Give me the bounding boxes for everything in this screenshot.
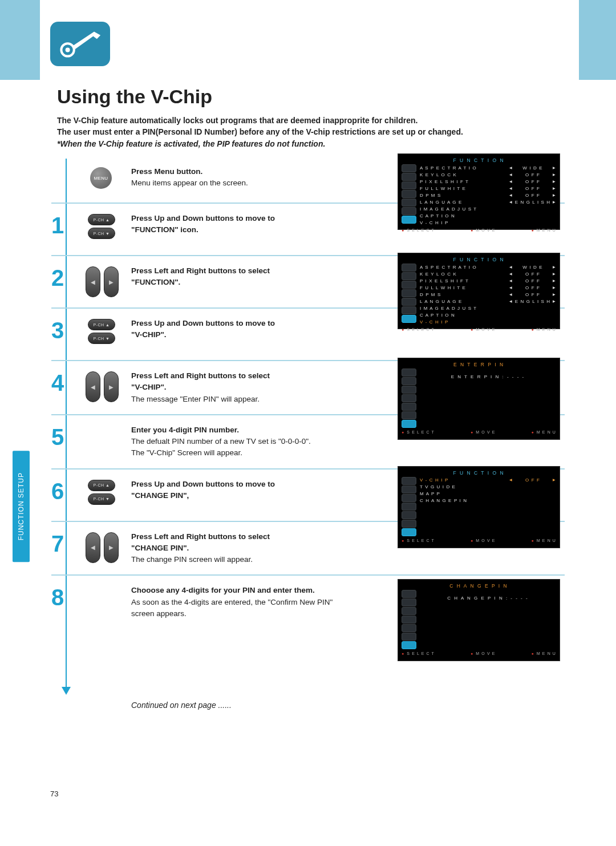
osd-row: F U L L W H I T EO F F [420,185,556,192]
remote-menu-button-icon: MENU [90,167,112,189]
osd-thumb-icon [402,511,416,519]
step-text: "CHANGE PIN". [131,543,348,554]
remote-right-icon: ▶ [104,532,119,563]
step-text: As soon as the 4-digits are entered, the… [131,597,348,620]
step-number: 4 [51,370,64,396]
osd-change-pin-line: C H A N G E P I N : - - - - [420,590,556,610]
step-row: MENU Press Menu button. Menu items appea… [51,157,565,204]
side-tab-function-setup: FUNCTION SETUP [13,451,30,562]
step-number: 2 [51,265,64,291]
osd-row: A S P E C T R A T I OW I D E [420,264,556,270]
flow-arrow-icon [62,687,71,695]
step-row: 7 ◀ ▶ Press Left and Right buttons to se… [51,522,565,576]
osd-row: P I X E L S H I F TO F F [420,178,556,185]
osd-thumb-icon [402,616,416,624]
step-text: "V-CHIP". [131,329,348,341]
step-text: Press Left and Right buttons to select [131,265,348,277]
osd-thumb-icon [402,272,416,280]
remote-left-icon: ◀ [86,532,100,563]
step-text: "CHANGE PIN", [131,490,348,501]
osd-thumb-icon [402,607,416,615]
remote-pch-up-icon: P-CH ▲ [88,214,115,225]
step-text: "V-CHIP". [131,382,348,393]
remote-pch-down-icon: P-CH ▼ [88,493,115,505]
osd-thumb-icon [402,264,416,272]
steps-list: MENU Press Menu button. Menu items appea… [51,157,565,661]
continued-text: Continued on next page ...... [131,701,232,710]
osd-row: D P M SO F F [420,291,556,298]
osd-title: F U N C T I O N [402,470,556,476]
step-text: Press Up and Down buttons to move to [131,479,348,490]
step-text: Press Left and Right buttons to select [131,370,348,382]
step-number: 7 [51,531,64,557]
svg-point-1 [65,47,70,52]
step-text: "FUNCTION". [131,277,348,288]
step-text: Enter you 4-digit PIN number. [131,424,348,436]
step-text: Press Up and Down buttons to move to [131,213,348,224]
step-text: The defualt PIN number of a new TV set i… [131,436,348,447]
osd-thumb-icon [402,403,416,411]
step-text: The change PIN screen will appear. [131,554,348,565]
step-number: 8 [51,585,64,610]
osd-thumb-icon [402,377,416,385]
osd-title: F U N C T I O N [402,257,556,262]
osd-row: V - C H I PO F F [420,477,556,484]
osd-thumb-icon [402,369,416,377]
osd-row: K E Y L O C KO F F [420,270,556,277]
osd-thumb-icon [402,173,416,181]
step-row: 6 P-CH ▲ P-CH ▼ Press Up and Down button… [51,469,565,522]
header-wrench-icon [50,22,110,66]
osd-row: D P M SO F F [420,192,556,199]
step-row: 1 P-CH ▲ P-CH ▼ Press Up and Down button… [51,204,565,256]
step-text: Press Menu button. [131,166,348,177]
osd-thumb-icon [402,386,416,394]
osd-footer: ●S E L E C T ●M O V E ●M E N U [402,651,556,655]
osd-row: M A P P [420,491,556,497]
step-number: 6 [51,479,64,504]
osd-thumb-icon [402,281,416,289]
page-title: Using the V-Chip [57,86,559,108]
content: Using the V-Chip The V-Chip feature auto… [57,86,559,149]
intro-text: The V-Chip feature automatically locks o… [57,115,559,149]
step-text: Press Up and Down buttons to move to [131,318,348,329]
step-row: 4 ◀ ▶ Press Left and Right buttons to se… [51,361,565,415]
remote-pch-up-icon: P-CH ▲ [88,319,115,330]
remote-left-icon: ◀ [86,266,100,297]
osd-thumb-icon [402,394,416,402]
step-number: 3 [51,318,64,343]
step-text: "FUNCTION" icon. [131,224,348,236]
remote-pch-down-icon: P-CH ▼ [88,228,115,239]
osd-thumb-icon [402,624,416,632]
osd-thumb-icon [402,590,416,598]
osd-thumb-icon [402,289,416,297]
osd-row: A S P E C T R A T I OW I D E [420,164,556,171]
step-text: The "V-Chip" Screen will appear. [131,447,348,459]
osd-thumb-icon [402,298,416,306]
osd-row: F U L L W H I T EO F F [420,284,556,291]
step-row: 3 P-CH ▲ P-CH ▼ Press Up and Down button… [51,309,565,361]
remote-left-icon: ◀ [86,371,100,402]
step-text: Press Left and Right buttons to select [131,531,348,543]
step-text: The message "Enter PIN" will appear. [131,394,348,405]
step-text: Menu items appear on the screen. [131,177,348,189]
step-row: 8 Chooose any 4-digits for your PIN and … [51,576,565,661]
osd-row: P I X E L S H I F TO F F [420,277,556,284]
step-row: 2 ◀ ▶ Press Left and Right buttons to se… [51,256,565,309]
osd-title: C H A N G E P I N [402,583,556,589]
osd-row: K E Y L O C KO F F [420,171,556,178]
step-row: 5 Enter you 4-digit PIN number. The defu… [51,415,565,469]
osd-thumb-icon [402,477,416,485]
osd-thumb-icon [402,164,416,172]
osd-title: F U N C T I O N [402,157,556,163]
remote-right-icon: ▶ [104,266,119,297]
osd-row: T V G U I D E [420,484,556,491]
osd-row: C H A N G E P I N [420,497,556,504]
osd-thumb-icon [402,598,416,606]
osd-enter-pin-line: E N T E R P I N : - - - - [420,369,556,388]
osd-change-pin: C H A N G E P I N C H A N G E P I N : - … [398,579,560,661]
step-number: 1 [51,213,64,238]
osd-thumb-icon [402,633,416,641]
osd-thumb-icon [402,181,416,189]
step-number: 5 [51,424,64,450]
step-text: Chooose any 4-digits for your PIN and en… [131,585,348,596]
